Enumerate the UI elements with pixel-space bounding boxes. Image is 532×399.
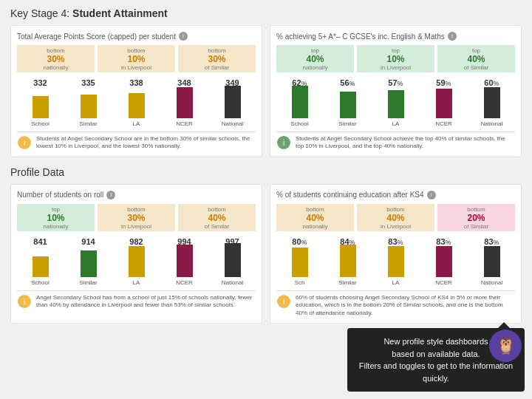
chart-students-on-roll: Number of students on roll i top 10% nat…	[10, 184, 262, 324]
svg-text:i: i	[24, 139, 25, 147]
chart3-title: Number of students on roll i	[17, 191, 256, 200]
chart4-badge-1: bottom 40% nationally	[276, 204, 354, 231]
chart1-badge-1: bottom 30% nationally	[17, 45, 95, 72]
bar3-national: 997 National	[209, 237, 256, 286]
chart4-badges: bottom 40% nationally bottom 40% in Live…	[276, 204, 515, 231]
chart3-badges: top 10% nationally bottom 30% in Liverpo…	[17, 204, 256, 231]
chart4-bars: 80% Sch 84% Similar 83% LA 83% N	[276, 236, 515, 287]
bar4-ncer: 83% NCER	[420, 237, 467, 286]
bar4-similar: 84% Similar	[324, 237, 371, 286]
bar-national: 349 National	[209, 78, 256, 127]
bar-school: 332 School	[17, 78, 64, 127]
chart2-badges: top 40% nationally top 10% in Liverpool …	[276, 45, 515, 72]
bar2-national: 60% National	[468, 78, 515, 127]
bar3-similar: 914 Similar	[65, 237, 112, 286]
owl-icon[interactable]: 🦉	[489, 330, 522, 362]
chart4-footnote: i 60% of students choosing Angel Seconda…	[276, 294, 515, 317]
chart2-bars: 62% School 56% Similar 57% LA 59%	[276, 77, 515, 129]
chart1-badges: bottom 30% nationally bottom 10% in Live…	[17, 45, 256, 72]
chart3-badge-1: top 10% nationally	[17, 204, 95, 231]
bar-la: 338 LA	[113, 78, 160, 127]
chart1-title: Total Average Points Score (capped) per …	[17, 32, 256, 41]
chart1-bars: 332 School 335 Similar 338 LA 348	[17, 77, 256, 129]
svg-text:i: i	[283, 139, 284, 147]
bar2-school: 62% School	[276, 78, 323, 127]
bar3-ncer: 994 NCER	[161, 237, 208, 286]
chart2-badge-1: top 40% nationally	[276, 45, 354, 72]
chart2-badge-2: top 10% in Liverpool	[357, 45, 434, 72]
bar2-la: 57% LA	[372, 78, 419, 127]
chart2-info-icon[interactable]: i	[448, 32, 457, 41]
chart3-badge-2: bottom 30% in Liverpool	[98, 204, 175, 231]
page-title: Key Stage 4: Student Attainment	[10, 7, 522, 19]
chart-pct-gcse: % achieving 5+ A*– C GCSE's inc. English…	[270, 25, 522, 157]
svg-text:i: i	[24, 298, 25, 306]
tooltip-line3: Filters and toggles to get to the inform…	[358, 360, 514, 384]
bar4-la: 83% LA	[372, 237, 419, 286]
chart1-badge-2: bottom 10% in Liverpool	[98, 45, 175, 72]
bar4-school: 80% Sch	[276, 237, 323, 286]
bar2-similar: 56% Similar	[324, 78, 371, 127]
chart4-badge-2: bottom 40% in Liverpool	[357, 204, 434, 231]
chart-total-avg-points: Total Average Points Score (capped) per …	[10, 25, 262, 157]
chart1-info-icon[interactable]: i	[179, 32, 188, 41]
profile-section-title: Profile Data	[10, 166, 522, 178]
bar-ncer: 348 NCER	[161, 78, 208, 127]
chart3-footnote: i Angel Secondary School has from a scho…	[17, 294, 256, 310]
chart3-badge-3: bottom 40% of Similar	[178, 204, 256, 231]
chart2-title: % achieving 5+ A*– C GCSE's inc. English…	[276, 32, 515, 41]
chart1-footnote: i Students at Angel Secondary School are…	[17, 135, 256, 151]
chart4-badge-3: bottom 20% of Similar	[437, 204, 515, 231]
chart4-info-icon[interactable]: i	[427, 191, 436, 200]
bar3-school: 841 School	[17, 237, 64, 286]
top-charts-row: Total Average Points Score (capped) per …	[10, 25, 522, 157]
page: Key Stage 4: Student Attainment Total Av…	[0, 0, 532, 399]
chart2-badge-3: top 40% of Similar	[437, 45, 515, 72]
chart2-footnote: i Students at Angel Secondary School ach…	[276, 135, 515, 151]
bottom-charts-row: Number of students on roll i top 10% nat…	[10, 184, 522, 324]
chart3-info-icon[interactable]: i	[106, 191, 115, 200]
bar3-la: 982 LA	[113, 237, 160, 286]
chart1-badge-3: bottom 30% of Similar	[178, 45, 256, 72]
bar2-ncer: 59% NCER	[420, 78, 467, 127]
bar-similar: 335 Similar	[65, 78, 112, 127]
svg-text:i: i	[283, 298, 284, 306]
chart4-title: % of students continuing education after…	[276, 191, 515, 200]
chart3-bars: 841 School 914 Similar 982 LA 994	[17, 236, 256, 287]
bar4-national: 83% National	[468, 237, 515, 286]
chart-continuing-edu: % of students continuing education after…	[270, 184, 522, 324]
